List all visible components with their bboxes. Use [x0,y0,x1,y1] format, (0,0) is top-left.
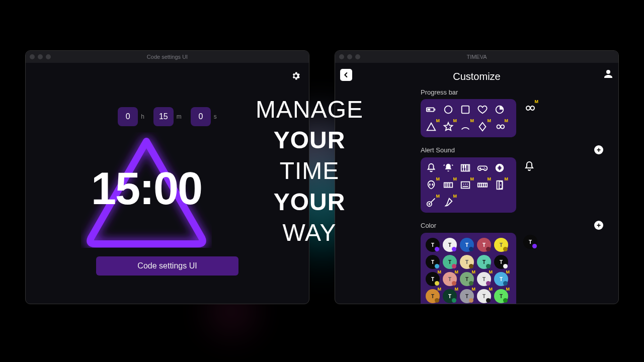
bell-option[interactable] [426,162,437,173]
brush-option[interactable]: M [443,197,454,208]
battery-icon [426,104,437,115]
keyboard-icon [477,179,488,191]
bell-ring-option[interactable] [443,162,454,173]
swatch-accent-dot [469,264,473,268]
swatch-accent-dot [503,281,508,286]
svg-point-24 [463,184,464,185]
alert-current [523,160,535,172]
page-title: Customize [345,71,608,82]
guitar-option[interactable]: M [426,197,437,208]
color-swatch[interactable]: TM [477,289,491,303]
svg-rect-11 [465,165,466,168]
diamond-option[interactable]: M [477,121,488,132]
color-swatch[interactable]: TM [443,289,457,303]
piano-option[interactable] [460,162,471,173]
premium-badge: M [472,269,476,275]
premium-badge: M [438,287,442,292]
circle-option[interactable] [443,104,454,115]
premium-badge: M [455,269,459,275]
color-panel: TTTTTTTTTTTMTMTMTMTMTMTMTMTMTM [421,233,516,304]
synth-option[interactable]: M [443,179,454,191]
infinity-icon [523,102,535,114]
premium-badge: M [505,176,509,182]
color-swatch[interactable]: T [477,238,491,252]
gamepad-option[interactable] [477,162,488,173]
profile-button[interactable] [602,68,615,81]
color-swatch[interactable]: T [426,238,440,252]
star-icon [443,121,454,132]
color-swatch[interactable]: T [494,255,508,269]
audio-wave-icon [494,162,505,173]
color-swatch[interactable]: T [494,238,508,252]
piano-icon [460,162,471,173]
color-swatch[interactable]: T [477,255,491,269]
add-color-button[interactable]: + [594,221,603,230]
mixer-option[interactable]: M [460,179,471,191]
titlebar: Code settings UI [26,51,309,63]
pie-option[interactable] [494,104,505,115]
premium-badge: M [453,118,457,123]
section-label: Alert Sound [421,146,455,154]
section-label: Color [421,222,436,229]
triangle-option[interactable]: M [426,121,437,132]
svg-point-36 [429,203,431,205]
arc-icon [460,121,471,132]
color-swatch[interactable]: TM [460,272,474,286]
diamond-icon [477,121,488,132]
svg-line-37 [431,199,435,203]
bell-icon [426,162,437,173]
infinity-option[interactable]: M [494,121,505,132]
window-title: Code settings UI [26,54,309,60]
keyboard-option[interactable]: M [477,179,488,191]
svg-rect-23 [461,182,470,189]
alert-panel: MMMMMMM [421,157,516,213]
color-swatch[interactable]: T [443,238,457,252]
color-swatch[interactable]: TM [494,289,508,303]
brush-icon [443,197,454,208]
swatch-accent-dot [469,247,473,251]
battery-option[interactable] [426,104,437,115]
color-swatch[interactable]: T [443,255,457,269]
square-option[interactable] [460,104,471,115]
window-title: TIMEVA [335,54,618,60]
swatch-accent-dot [503,264,508,268]
color-swatch[interactable]: TM [477,272,491,286]
swatch-accent-dot [469,281,473,286]
star-option[interactable]: M [443,121,454,132]
mixer-icon [460,179,471,191]
section-color: Color + TTTTTTTTTTTMTMTMTMTMTMTMTMTMTM T [421,221,603,304]
color-swatch[interactable]: TM [426,289,440,303]
color-swatch[interactable]: T [426,255,440,269]
door-option[interactable]: M [494,179,505,191]
svg-point-25 [465,184,466,185]
color-swatch[interactable]: T [460,238,474,252]
premium-badge: M [489,287,493,292]
audio-wave-option[interactable] [494,162,505,173]
heart-option[interactable] [477,104,488,115]
color-swatch[interactable]: TM [426,272,440,286]
color-swatch[interactable]: TM [443,272,457,286]
svg-point-12 [484,167,485,168]
alien-icon [426,179,437,191]
color-swatch[interactable]: TM [494,272,508,286]
progress-current: M [523,102,535,114]
svg-point-34 [500,185,501,186]
premium-badge: M [453,176,457,182]
synth-icon [443,179,454,191]
add-sound-button[interactable]: + [594,145,603,154]
back-button[interactable] [340,69,352,81]
alien-option[interactable]: M [426,179,437,191]
color-swatch[interactable]: T [460,255,474,269]
settings-button[interactable] [290,70,302,82]
arc-option[interactable]: M [460,121,471,132]
door-icon [494,179,505,191]
swatch-accent-dot [503,298,508,303]
primary-action-button[interactable]: Code settings UI [96,256,238,276]
swatch-accent-dot [486,298,491,303]
gamepad-icon [477,162,488,173]
premium-badge: M [488,176,492,182]
svg-rect-2 [428,109,431,111]
color-swatch[interactable]: TM [460,289,474,303]
svg-rect-28 [478,183,487,187]
square-icon [460,104,471,115]
